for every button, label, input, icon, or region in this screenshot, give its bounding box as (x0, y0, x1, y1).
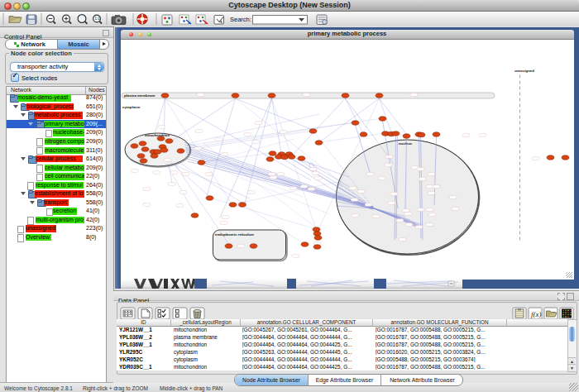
svg-text:unassigned: unassigned (514, 69, 534, 73)
svg-text:Search:: Search: (230, 16, 251, 23)
svg-text:plasma membrane: plasma membrane (124, 93, 156, 98)
svg-text:cytoplasm: cytoplasm (122, 105, 140, 109)
svg-text:nucleus: nucleus (399, 141, 413, 146)
svg-text:mitochondrion: mitochondrion (145, 133, 170, 137)
svg-text:1:1: 1:1 (94, 17, 100, 21)
